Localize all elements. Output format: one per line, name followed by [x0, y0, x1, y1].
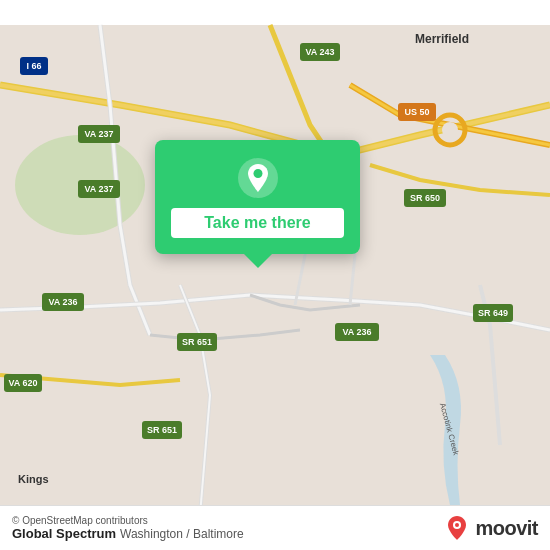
moovit-logo: moovit	[443, 514, 538, 542]
location-pin-icon	[238, 158, 278, 198]
svg-point-35	[455, 523, 459, 527]
svg-text:I 66: I 66	[26, 61, 41, 71]
svg-text:VA 243: VA 243	[305, 47, 334, 57]
map-background: I 66 VA 243 VA 237 VA 237 VA 236 VA 236 …	[0, 0, 550, 550]
svg-text:VA 237: VA 237	[84, 129, 113, 139]
bottom-bar: © OpenStreetMap contributors Global Spec…	[0, 505, 550, 550]
svg-text:VA 237: VA 237	[84, 184, 113, 194]
place-region: Washington / Baltimore	[120, 527, 244, 541]
svg-text:SR 649: SR 649	[478, 308, 508, 318]
svg-text:Kings: Kings	[18, 473, 49, 485]
svg-text:SR 651: SR 651	[147, 425, 177, 435]
svg-text:Merrifield: Merrifield	[415, 32, 469, 46]
svg-text:SR 651: SR 651	[182, 337, 212, 347]
svg-text:SR 650: SR 650	[410, 193, 440, 203]
svg-text:US 50: US 50	[404, 107, 429, 117]
moovit-brand-text: moovit	[475, 517, 538, 540]
place-line: Global Spectrum Washington / Baltimore	[12, 526, 244, 541]
attribution-text: © OpenStreetMap contributors	[12, 515, 244, 526]
svg-text:VA 620: VA 620	[8, 378, 37, 388]
place-name: Global Spectrum	[12, 526, 116, 541]
svg-point-3	[442, 122, 458, 138]
map-container: I 66 VA 243 VA 237 VA 237 VA 236 VA 236 …	[0, 0, 550, 550]
take-me-there-button[interactable]: Take me there	[171, 208, 344, 238]
svg-text:VA 236: VA 236	[342, 327, 371, 337]
popup-card: Take me there	[155, 140, 360, 254]
bottom-left: © OpenStreetMap contributors Global Spec…	[12, 515, 244, 541]
svg-point-33	[253, 169, 262, 178]
moovit-pin-icon	[443, 514, 471, 542]
svg-text:VA 236: VA 236	[48, 297, 77, 307]
